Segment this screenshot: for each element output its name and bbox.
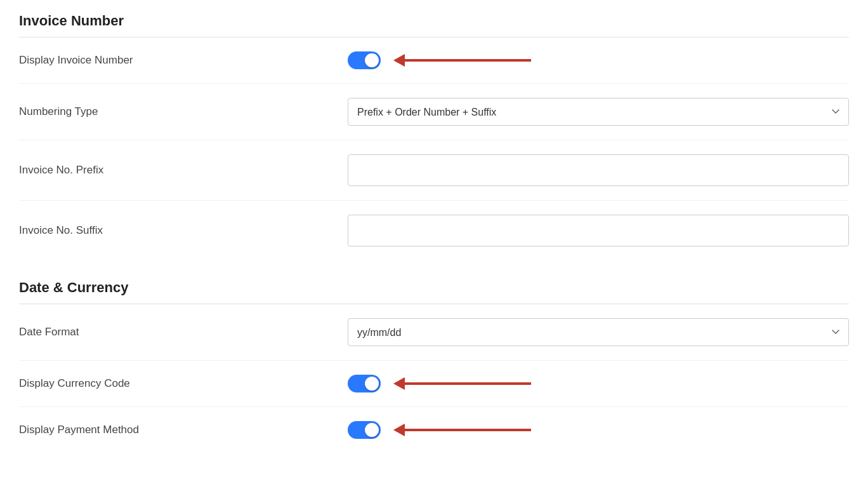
display-payment-method-arrow (393, 424, 531, 436)
invoice-suffix-row: Invoice No. Suffix (19, 201, 849, 260)
display-invoice-number-toggle[interactable] (348, 51, 381, 69)
display-currency-code-label: Display Currency Code (19, 377, 184, 390)
numbering-type-label: Numbering Type (19, 105, 184, 118)
invoice-prefix-row: Invoice No. Prefix (19, 140, 849, 201)
display-currency-code-control (348, 375, 849, 392)
display-invoice-number-arrow (393, 54, 531, 67)
display-payment-method-row: Display Payment Method (19, 407, 849, 453)
invoice-number-title: Invoice Number (19, 13, 849, 37)
display-invoice-number-toggle-wrapper (348, 51, 381, 69)
arrow-line (404, 59, 531, 62)
arrow-head-icon-3 (393, 424, 405, 436)
invoice-suffix-input[interactable] (348, 215, 849, 246)
invoice-suffix-control (348, 215, 849, 246)
display-invoice-number-label: Display Invoice Number (19, 54, 184, 67)
arrow-line-2 (404, 382, 531, 385)
arrow-head-icon (393, 54, 405, 67)
display-payment-method-control (348, 421, 849, 439)
date-currency-section: Date & Currency Date Format yy/mm/dd mm/… (19, 279, 849, 453)
display-payment-method-toggle-wrapper (348, 421, 381, 439)
arrow-line-3 (404, 429, 531, 431)
invoice-prefix-label: Invoice No. Prefix (19, 164, 184, 177)
display-currency-code-row: Display Currency Code (19, 361, 849, 407)
settings-container: Invoice Number Display Invoice Number Nu… (0, 0, 868, 472)
display-payment-method-toggle[interactable] (348, 421, 381, 439)
date-format-select[interactable]: yy/mm/dd mm/dd/yy dd/mm/yy yyyy-mm-dd (348, 318, 849, 346)
date-format-control: yy/mm/dd mm/dd/yy dd/mm/yy yyyy-mm-dd (348, 318, 849, 346)
date-currency-title: Date & Currency (19, 279, 849, 304)
display-currency-code-arrow (393, 377, 531, 390)
arrow-head-icon-2 (393, 377, 405, 390)
invoice-number-section: Invoice Number Display Invoice Number Nu… (19, 13, 849, 260)
invoice-suffix-label: Invoice No. Suffix (19, 224, 184, 237)
date-format-label: Date Format (19, 326, 184, 339)
invoice-prefix-input[interactable] (348, 154, 849, 186)
display-currency-code-toggle[interactable] (348, 375, 381, 392)
display-invoice-number-control (348, 51, 849, 69)
numbering-type-select[interactable]: Prefix + Order Number + Suffix Order Num… (348, 98, 849, 126)
numbering-type-row: Numbering Type Prefix + Order Number + S… (19, 84, 849, 140)
invoice-prefix-control (348, 154, 849, 186)
numbering-type-control: Prefix + Order Number + Suffix Order Num… (348, 98, 849, 126)
display-invoice-number-row: Display Invoice Number (19, 37, 849, 84)
date-format-row: Date Format yy/mm/dd mm/dd/yy dd/mm/yy y… (19, 304, 849, 361)
display-payment-method-label: Display Payment Method (19, 424, 184, 436)
display-currency-code-toggle-wrapper (348, 375, 381, 392)
